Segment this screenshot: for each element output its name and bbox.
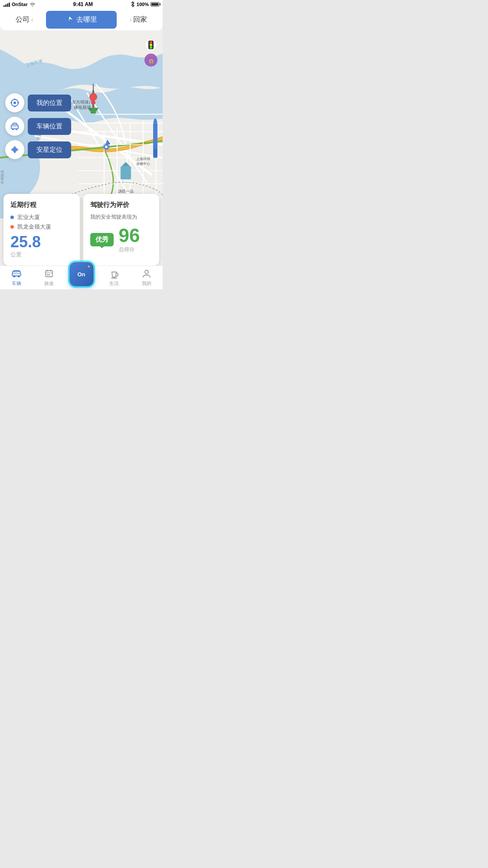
svg-point-39 — [150, 46, 152, 49]
vehicle-tab-label: 车辆 — [12, 280, 21, 287]
home-label: 回家 — [133, 15, 147, 24]
svg-text:汤臣一品: 汤臣一品 — [118, 189, 134, 193]
trip-tab-label: 旅途 — [44, 280, 54, 287]
tab-vehicle[interactable]: 车辆 — [0, 269, 33, 287]
tab-mine[interactable]: 我的 — [130, 269, 163, 287]
tab-life[interactable]: 生活 — [98, 269, 130, 287]
satellite-icon-btn[interactable] — [5, 140, 24, 159]
svg-point-61 — [14, 149, 16, 151]
svg-point-38 — [150, 44, 152, 46]
map-left-controls: 我的位置 车辆位置 安星定位 — [5, 93, 71, 159]
svg-rect-70 — [49, 274, 50, 275]
status-left: OnStar — [3, 2, 36, 7]
svg-text:上海环球: 上海环球 — [136, 157, 150, 161]
driving-card[interactable]: 驾驶行为评价 我的安全驾驶表现为 优秀 96 总得分 — [83, 194, 160, 265]
my-location-icon-btn[interactable] — [5, 93, 24, 112]
bottom-cards: 近期行程 宏业大厦 凯龙金领大厦 25.8 公里 驾驶行为评价 我的安全驾驶表现… — [0, 194, 163, 265]
company-chevron: ‹ — [31, 16, 33, 23]
svg-rect-67 — [50, 270, 51, 272]
svg-rect-19 — [93, 84, 94, 91]
company-nav-item[interactable]: 公司 ‹ — [5, 15, 43, 24]
trip-distance-value: 25.8 — [10, 234, 73, 250]
trip-destination-1: 宏业大厦 — [10, 213, 73, 221]
satellite-button[interactable]: 安星定位 — [28, 141, 71, 158]
battery-percent: 100% — [137, 2, 149, 7]
score-number: 96 — [119, 226, 140, 245]
svg-text:外滩隧道: 外滩隧道 — [0, 170, 4, 184]
onstar-star: ★ — [87, 265, 90, 269]
svg-rect-24 — [154, 149, 157, 158]
my-location-row[interactable]: 我的位置 — [5, 93, 71, 112]
svg-point-63 — [17, 275, 20, 278]
svg-point-62 — [13, 275, 15, 278]
trip-card[interactable]: 近期行程 宏业大厦 凯龙金领大厦 25.8 公里 — [3, 194, 80, 265]
trip-tab-icon — [44, 269, 54, 279]
driving-subtitle: 我的安全驾驶表现为 — [90, 213, 153, 221]
life-tab-icon — [109, 269, 119, 279]
vehicle-location-label: 车辆位置 — [36, 122, 62, 130]
tab-bar: 车辆 旅途 ★ On — [0, 265, 163, 289]
mine-tab-icon — [141, 269, 152, 279]
vehicle-location-icon-btn[interactable] — [5, 117, 24, 136]
satellite-label: 安星定位 — [36, 146, 62, 153]
mine-tab-label: 我的 — [142, 280, 151, 287]
status-time: 9:41 AM — [73, 1, 93, 7]
svg-point-37 — [150, 41, 152, 44]
orange-dot — [10, 225, 14, 229]
drive-score-row: 优秀 96 总得分 — [90, 226, 153, 253]
trip-distance-unit: 公里 — [10, 251, 73, 259]
svg-rect-31 — [121, 167, 131, 180]
vehicle-location-button[interactable]: 车辆位置 — [28, 118, 71, 135]
onstar-label: On — [77, 272, 85, 277]
svg-point-59 — [16, 128, 17, 130]
score-label: 总得分 — [119, 246, 140, 253]
wifi-icon — [29, 2, 36, 7]
my-location-button[interactable]: 我的位置 — [28, 95, 71, 111]
car-icon — [10, 121, 20, 131]
svg-rect-66 — [47, 270, 48, 272]
vehicle-tab-icon — [11, 269, 22, 279]
home-nav-item[interactable]: › 回家 — [119, 15, 157, 24]
navigate-button[interactable]: 去哪里 — [46, 11, 117, 29]
svg-rect-21 — [91, 111, 96, 114]
svg-text:🏨: 🏨 — [149, 59, 154, 64]
svg-rect-69 — [47, 274, 48, 275]
svg-point-27 — [105, 146, 108, 148]
vehicle-location-row[interactable]: 车辆位置 — [5, 117, 71, 136]
status-bar: OnStar 9:41 AM 100% — [0, 0, 163, 9]
svg-point-17 — [90, 94, 96, 100]
blue-dot — [10, 216, 14, 219]
satellite-icon — [10, 145, 20, 154]
trip-destination-2: 凯龙金领大厦 — [10, 223, 73, 231]
tab-trip[interactable]: 旅途 — [33, 269, 65, 287]
my-location-label: 我的位置 — [36, 99, 62, 106]
location-target-icon — [10, 98, 20, 108]
satellite-row[interactable]: 安星定位 — [5, 140, 71, 159]
svg-text:东方明珠广: 东方明珠广 — [72, 100, 93, 105]
driving-card-title: 驾驶行为评价 — [90, 201, 153, 209]
right-chevron: › — [130, 16, 132, 23]
svg-text:金融中心: 金融中心 — [136, 162, 150, 166]
status-right: 100% — [131, 1, 159, 7]
onstar-button[interactable]: ★ On — [69, 262, 94, 286]
carrier-label: OnStar — [12, 2, 28, 7]
company-label: 公司 — [16, 15, 29, 24]
svg-point-58 — [12, 128, 14, 130]
svg-point-52 — [13, 102, 16, 104]
svg-point-72 — [145, 270, 148, 274]
top-nav: 公司 ‹ 去哪里 › 回家 — [0, 9, 163, 30]
life-tab-label: 生活 — [109, 280, 119, 287]
tab-onstar[interactable]: ★ On — [65, 262, 98, 286]
svg-rect-65 — [46, 271, 52, 277]
trip-card-title: 近期行程 — [10, 201, 73, 209]
bluetooth-icon — [131, 1, 135, 7]
svg-text:播电视塔: 播电视塔 — [74, 105, 91, 110]
navigate-label: 去哪里 — [76, 15, 97, 24]
excellent-badge: 优秀 — [90, 233, 114, 246]
navigate-icon — [66, 16, 73, 23]
signal-bars — [3, 2, 10, 7]
battery-icon — [151, 2, 159, 7]
